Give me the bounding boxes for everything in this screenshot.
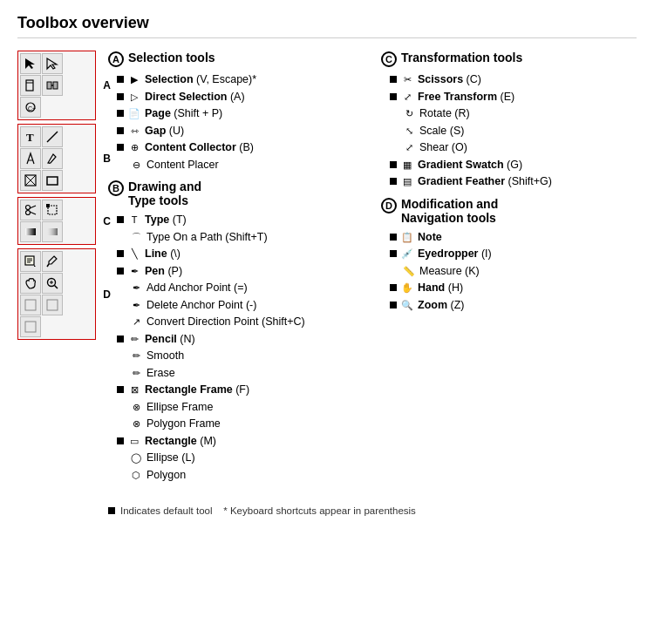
default-indicator	[117, 93, 124, 100]
page: Toolbox overview	[0, 0, 654, 644]
line-tool-btn[interactable]	[42, 126, 63, 147]
extra-tool-btn1[interactable]	[20, 295, 41, 315]
tool-label: Note	[418, 230, 442, 246]
gradient-feather-btn[interactable]	[42, 221, 63, 242]
measure-icon: 📏	[402, 265, 416, 278]
gradient-swatch-btn[interactable]	[20, 221, 41, 242]
rect-frame-tool-btn[interactable]	[20, 170, 41, 191]
section-d-letter: D	[381, 198, 397, 214]
tool-label: Ellipse (L)	[146, 451, 195, 466]
svg-point-14	[26, 206, 31, 210]
default-indicator	[390, 93, 397, 100]
scissors-tool-btn[interactable]	[20, 200, 41, 220]
rect-tool-btn[interactable]	[42, 170, 63, 191]
ellipse-icon: ◯	[129, 451, 143, 464]
section-c-title: Transformation tools	[401, 51, 522, 64]
list-item: ⇿ Gap (U)	[117, 124, 364, 139]
rotate-icon: ↻	[402, 107, 416, 120]
section-a-list: ▶ Selection (V, Escape)* ▷ Direct Select…	[108, 72, 364, 173]
svg-rect-33	[25, 322, 36, 332]
free-transform-tool-btn[interactable]	[42, 200, 63, 220]
default-indicator	[117, 386, 124, 393]
gap-icon: ⇿	[127, 125, 141, 138]
list-item: ⬡ Polygon	[117, 468, 364, 484]
svg-line-26	[47, 264, 49, 267]
svg-rect-19	[46, 204, 50, 207]
list-item: ✂ Scissors (C)	[390, 72, 637, 88]
section-c-label: C	[103, 215, 111, 227]
collector-icon: ⊕	[127, 141, 141, 154]
tool-label: Free Transform (E)	[418, 90, 514, 105]
scale-icon: ⤡	[402, 125, 416, 138]
tool-label: Polygon Frame	[146, 417, 221, 432]
svg-rect-21	[47, 228, 58, 235]
list-item: 💉 Eyedropper (I)	[390, 247, 637, 262]
default-indicator	[390, 302, 397, 308]
pencil-tool-btn[interactable]	[42, 148, 63, 169]
tool-label: Content Placer	[146, 158, 219, 173]
list-item: ╲ Line (\)	[117, 247, 364, 262]
selection-tool-btn[interactable]	[20, 53, 41, 74]
line-icon: ╲	[127, 247, 141, 261]
tool-label: Gradient Swatch (G)	[418, 158, 522, 173]
svg-rect-2	[47, 82, 51, 89]
tool-label: Shear (O)	[419, 140, 467, 156]
list-item: 📋 Note	[390, 230, 637, 246]
direct-selection-tool-btn[interactable]	[42, 53, 63, 74]
eyedropper-icon: 💉	[400, 247, 414, 261]
gap-tool-btn[interactable]	[42, 75, 63, 96]
tool-label: Rotate (R)	[419, 106, 470, 122]
tool-label: Type On a Path (Shift+T)	[146, 230, 268, 246]
note-tool-btn[interactable]	[20, 251, 41, 272]
tool-label: Ellipse Frame	[146, 400, 213, 416]
toolbox-sidebar: C+ A T	[17, 51, 96, 516]
tool-label: Pencil (N)	[145, 332, 195, 348]
placer-icon: ⊖	[129, 159, 143, 172]
tool-label: Content Collector (B)	[145, 140, 254, 156]
svg-line-8	[47, 132, 58, 142]
section-a-title: Selection tools	[128, 51, 215, 64]
section-c-list: ✂ Scissors (C) ⤢ Free Transform (E) ↻ Ro…	[381, 72, 637, 190]
page-icon: 📄	[127, 107, 141, 120]
section-a-letter: A	[108, 51, 124, 67]
svg-rect-13	[47, 177, 58, 185]
type-tool-btn[interactable]: T	[20, 126, 41, 147]
poly-frame-icon: ⊗	[129, 417, 143, 430]
pen-icon: ✒	[127, 265, 141, 278]
content-collector-btn[interactable]: C+	[20, 97, 41, 118]
right-column: C Transformation tools ✂ Scissors (C) ⤢ …	[381, 51, 637, 490]
list-item: T Type (T)	[117, 213, 364, 228]
polygon-icon: ⬡	[129, 469, 143, 482]
tool-label: Scissors (C)	[418, 72, 481, 88]
section-c-heading: C Transformation tools	[381, 51, 637, 67]
pencil-icon: ✏	[127, 333, 141, 346]
tool-label: Hand (H)	[418, 281, 463, 296]
list-item: ✒ Add Anchor Point (=)	[117, 281, 364, 296]
tool-label: Add Anchor Point (=)	[146, 281, 248, 296]
tool-label: Type (T)	[145, 213, 187, 228]
tool-label: Erase	[146, 366, 175, 382]
eyedropper-tool-btn[interactable]	[42, 251, 63, 272]
tool-label: Gap (U)	[145, 124, 184, 139]
svg-rect-31	[25, 300, 36, 310]
ellipse-frame-icon: ⊗	[129, 401, 143, 414]
list-item: ⊕ Content Collector (B)	[117, 140, 364, 156]
extra-tool-btn3[interactable]	[20, 316, 41, 337]
page-tool-btn[interactable]	[20, 75, 41, 96]
tool-label: Measure (K)	[419, 264, 480, 280]
footer-text: Indicates default tool * Keyboard shortc…	[120, 505, 416, 516]
smooth-icon: ✏	[129, 349, 143, 363]
list-item: 📄 Page (Shift + P)	[117, 106, 364, 122]
list-item: ✏ Erase	[117, 366, 364, 382]
hand-tool-btn[interactable]	[20, 273, 41, 294]
default-indicator	[117, 268, 124, 275]
section-d-heading: D Modification andNavigation tools	[381, 197, 637, 225]
svg-rect-3	[53, 82, 58, 89]
default-indicator	[390, 178, 397, 185]
tool-label: Scale (S)	[419, 124, 464, 139]
default-indicator	[390, 284, 397, 291]
zoom-tool-btn[interactable]	[42, 273, 63, 294]
extra-tool-btn2[interactable]	[42, 295, 63, 315]
pen-tool-btn[interactable]	[20, 148, 41, 169]
section-b-heading: B Drawing andType tools	[108, 180, 364, 207]
